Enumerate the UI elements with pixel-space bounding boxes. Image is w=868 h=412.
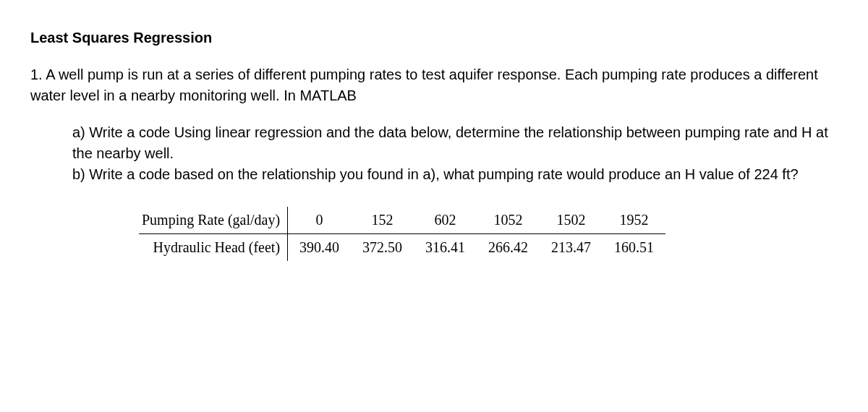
table-cell: 0	[288, 207, 352, 234]
table-cell: 1052	[477, 207, 540, 234]
table-row: Hydraulic Head (feet) 390.40 372.50 316.…	[139, 234, 665, 262]
document-title: Least Squares Regression	[30, 27, 846, 48]
subpart-b: b) Write a code based on the relationshi…	[72, 164, 846, 185]
table-cell: 160.51	[603, 234, 665, 262]
data-table: Pumping Rate (gal/day) 0 152 602 1052 15…	[139, 207, 665, 261]
problem-intro-text: 1. A well pump is run at a series of dif…	[30, 66, 818, 103]
row1-label: Pumping Rate (gal/day)	[139, 207, 288, 234]
table-cell: 266.42	[477, 234, 540, 262]
table-cell: 316.41	[414, 234, 477, 262]
row2-label: Hydraulic Head (feet)	[139, 234, 288, 262]
table-cell: 213.47	[540, 234, 603, 262]
subparts-block: a) Write a code Using linear regression …	[72, 122, 846, 185]
table-cell: 1502	[540, 207, 603, 234]
table-cell: 602	[414, 207, 477, 234]
table-cell: 1952	[603, 207, 665, 234]
table-cell: 372.50	[351, 234, 414, 262]
table-cell: 390.40	[288, 234, 352, 262]
problem-statement: 1. A well pump is run at a series of dif…	[30, 64, 846, 106]
table-row: Pumping Rate (gal/day) 0 152 602 1052 15…	[139, 207, 665, 234]
table-cell: 152	[351, 207, 414, 234]
subpart-a: a) Write a code Using linear regression …	[72, 122, 846, 164]
data-table-wrapper: Pumping Rate (gal/day) 0 152 602 1052 15…	[139, 207, 846, 261]
